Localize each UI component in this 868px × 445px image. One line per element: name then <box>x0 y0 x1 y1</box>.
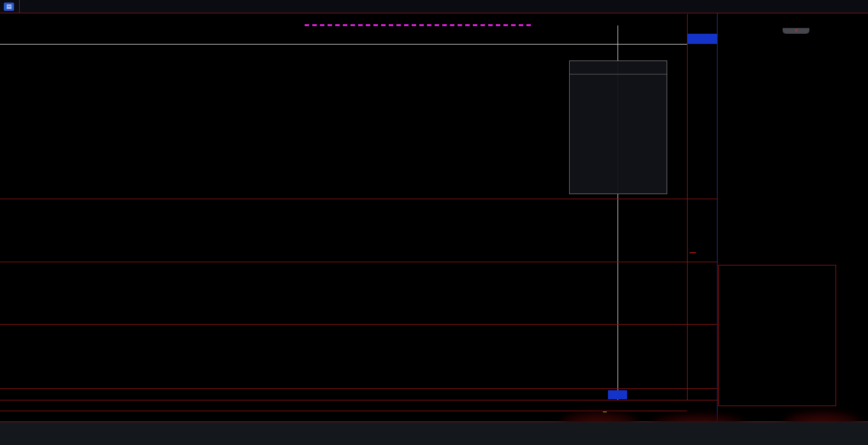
divider <box>687 14 688 400</box>
collapse-chevron-button[interactable]: ∨ <box>783 28 809 34</box>
macd-chart[interactable] <box>0 274 687 324</box>
crosshair-price-tag <box>688 34 717 44</box>
divider <box>0 324 717 325</box>
popup-title-bar[interactable] <box>570 61 667 74</box>
crosshair-date-tag <box>608 390 627 399</box>
divider <box>0 411 687 411</box>
volume-chart[interactable] <box>0 211 687 262</box>
divider <box>0 400 717 400</box>
divider <box>0 388 717 389</box>
kline-info-popup <box>569 60 667 194</box>
top-menu-bar: ▤ <box>0 0 868 13</box>
vr-chart[interactable] <box>0 336 687 388</box>
timeframe-menu <box>19 0 27 13</box>
status-bar <box>0 422 868 445</box>
trading-terminal: ▤ <box>0 0 868 445</box>
intraday-mini-chart[interactable] <box>719 265 835 406</box>
right-panel-border <box>717 13 718 421</box>
divider <box>0 199 717 199</box>
divider <box>0 262 717 262</box>
crosshair-horizontal <box>0 44 687 45</box>
app-menu-icon[interactable]: ▤ <box>4 3 14 11</box>
volume-unit-label <box>690 252 696 253</box>
